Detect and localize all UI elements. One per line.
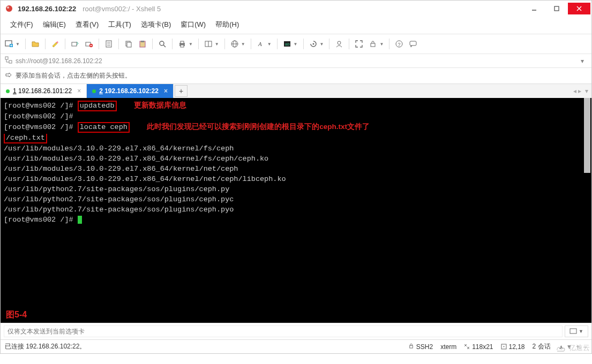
svg-rect-26	[181, 45, 184, 47]
svg-rect-3	[554, 6, 559, 11]
status-dot-icon	[6, 89, 10, 93]
address-dropdown[interactable]: ▾	[578, 57, 587, 65]
layout-dropdown[interactable]: ▼	[215, 42, 219, 47]
svg-rect-40	[410, 41, 416, 46]
annotation-locate: 此时我们发现已经可以搜索到刚刚创建的根目录下的ceph.txt文件了	[147, 123, 370, 131]
globe-icon[interactable]	[228, 37, 241, 50]
titlebar: 192.168.26.102:22 root@vms002:/ - Xshell…	[1, 1, 591, 17]
tab-label: 192.168.26.101:22	[18, 87, 72, 95]
terminal-line: /usr/lib/modules/3.10.0-229.el7.x86_64/k…	[4, 155, 268, 163]
status-nav[interactable]: ▲ ▼ + −	[558, 343, 587, 351]
menu-help[interactable]: 帮助(H)	[212, 19, 242, 31]
menu-edit[interactable]: 编辑(E)	[40, 19, 69, 31]
swirl-icon[interactable]	[307, 37, 320, 50]
svg-rect-37	[371, 43, 375, 47]
svg-point-36	[338, 41, 341, 44]
svg-text:A: A	[258, 41, 262, 47]
menu-tabs[interactable]: 选项卡(B)	[138, 19, 174, 31]
menu-window[interactable]: 窗口(W)	[177, 19, 209, 31]
font-dropdown[interactable]: ▼	[267, 42, 272, 47]
disconnect-icon[interactable]	[83, 37, 95, 50]
help-icon[interactable]: ?	[393, 37, 406, 50]
svg-rect-46	[410, 345, 413, 348]
terminal-scrollbar[interactable]	[583, 98, 591, 323]
terminal-output[interactable]: [root@vms002 /]# updatedb 更新数据库信息 [root@…	[1, 98, 583, 323]
resize-icon	[464, 344, 470, 350]
terminal-line: /usr/lib/modules/3.10.0-229.el7.x86_64/k…	[4, 165, 238, 173]
status-protocol: SSH2	[408, 343, 433, 351]
tab-label: 192.168.26.102:22	[104, 87, 159, 95]
fullscreen-icon[interactable]	[353, 37, 365, 50]
encoding-dropdown[interactable]: ▼	[241, 42, 245, 47]
svg-rect-10	[72, 42, 77, 46]
status-sessions: 2 会话	[533, 342, 551, 351]
chat-icon[interactable]	[407, 37, 419, 50]
svg-rect-41	[5, 57, 8, 59]
tab-close-icon[interactable]: ×	[164, 87, 168, 95]
svg-point-1	[7, 6, 9, 9]
new-session-dropdown[interactable]: ▼	[16, 42, 20, 47]
title-main: 192.168.26.102:22	[18, 5, 76, 13]
highlight-result: /ceph.txt	[4, 134, 47, 143]
terminal-line: /usr/lib/python2.7/site-packages/sos/plu…	[4, 206, 234, 214]
status-size: 118x21	[464, 343, 493, 351]
lock-toolbar-icon[interactable]	[366, 37, 379, 50]
hint-text: 要添加当前会话，点击左侧的箭头按钮。	[16, 71, 131, 80]
color-scheme-icon[interactable]: ab	[281, 37, 294, 50]
send-target-dropdown[interactable]: ▼	[565, 325, 588, 337]
prompt: [root@vms002 /]#	[4, 216, 78, 224]
send-command-input[interactable]	[4, 325, 563, 337]
status-bar: 已连接 192.168.26.102:22。 SSH2 xterm 118x21…	[1, 339, 591, 353]
minimize-button[interactable]	[523, 3, 545, 14]
tab-nav-arrows[interactable]: ◂ ▸ ▾	[570, 84, 591, 98]
font-icon[interactable]: A	[254, 37, 267, 50]
highlight-icon[interactable]	[49, 37, 62, 50]
add-tab-button[interactable]: +	[175, 85, 188, 97]
terminal-line: /usr/lib/modules/3.10.0-229.el7.x86_64/k…	[4, 175, 286, 183]
paste-icon[interactable]	[136, 37, 149, 50]
session-tab-1[interactable]: 1 192.168.26.101:22 ×	[1, 84, 87, 98]
tab-close-icon[interactable]: ×	[77, 87, 81, 95]
svg-rect-25	[181, 41, 184, 43]
new-session-icon[interactable]	[3, 37, 16, 50]
add-session-arrow-icon[interactable]	[5, 71, 12, 80]
menu-tools[interactable]: 工具(T)	[105, 19, 134, 31]
menu-file[interactable]: 文件(F)	[7, 19, 36, 31]
tab-bar: 1 192.168.26.101:22 × 2 192.168.26.102:2…	[1, 84, 591, 98]
lock-icon	[408, 343, 414, 351]
svg-point-35	[312, 43, 314, 45]
svg-rect-19	[127, 42, 131, 47]
close-button[interactable]	[568, 3, 590, 14]
addressbar: ssh://root@192.168.26.102:22 ▾	[1, 54, 591, 68]
user-icon[interactable]	[333, 37, 346, 50]
status-term: xterm	[440, 343, 456, 351]
print-dropdown[interactable]: ▼	[189, 42, 193, 47]
copy-icon[interactable]	[122, 37, 135, 50]
menu-view[interactable]: 查看(V)	[72, 19, 102, 31]
properties-icon[interactable]	[102, 37, 115, 50]
highlight-locate: locate ceph	[78, 122, 130, 133]
reconnect-icon[interactable]	[69, 37, 81, 50]
cursor-pos-icon	[501, 344, 507, 350]
open-session-icon[interactable]	[29, 37, 42, 50]
scrollbar-thumb[interactable]	[584, 98, 590, 173]
prompt: [root@vms002 /]#	[4, 123, 78, 131]
session-tab-2[interactable]: 2 192.168.26.102:22 ×	[87, 84, 174, 98]
svg-line-23	[163, 45, 166, 47]
maximize-button[interactable]	[545, 3, 568, 14]
session-tree-icon[interactable]	[5, 56, 12, 65]
send-command-bar: ▼	[1, 323, 591, 339]
svg-point-22	[160, 41, 164, 46]
status-cursor-pos: 12,18	[501, 343, 525, 351]
print-icon[interactable]	[176, 37, 189, 50]
lock-dropdown[interactable]: ▼	[379, 42, 384, 47]
swirl-dropdown[interactable]: ▼	[320, 42, 324, 47]
find-icon[interactable]	[156, 37, 169, 50]
terminal-cursor	[78, 216, 82, 224]
layout-icon[interactable]	[202, 37, 215, 50]
address-url[interactable]: ssh://root@192.168.26.102:22	[16, 57, 578, 65]
hint-bar: 要添加当前会话，点击左侧的箭头按钮。	[1, 68, 591, 84]
svg-rect-42	[9, 60, 12, 63]
toolbar: ▼ ▼ ▼ ▼ A ▼ ab ▼ ▼	[1, 34, 591, 54]
color-dropdown[interactable]: ▼	[294, 42, 298, 47]
